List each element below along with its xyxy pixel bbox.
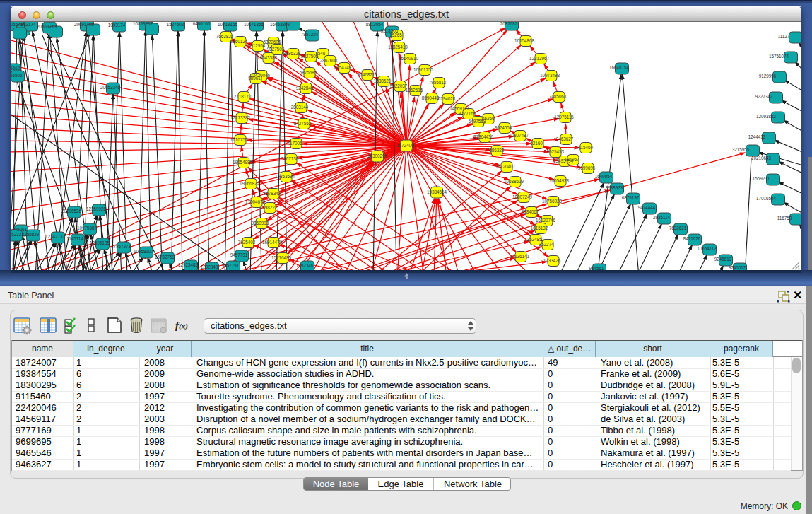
svg-text:10975887: 10975887	[77, 226, 98, 230]
svg-text:12342737: 12342737	[45, 234, 66, 239]
svg-text:3267130: 3267130	[281, 156, 299, 161]
svg-text:15640910: 15640910	[399, 56, 419, 61]
svg-text:2156829: 2156829	[22, 232, 40, 237]
svg-text:12213382: 12213382	[230, 115, 251, 120]
svg-text:9245612: 9245612	[714, 257, 732, 262]
svg-text:5322605: 5322605	[264, 40, 281, 45]
svg-text:10719155: 10719155	[218, 22, 238, 27]
svg-text:14569117: 14569117	[449, 106, 469, 111]
svg-text:10853267: 10853267	[133, 22, 153, 26]
svg-text:12093822: 12093822	[756, 114, 777, 119]
svg-text:8427552: 8427552	[294, 121, 312, 126]
svg-text:21364436: 21364436	[473, 134, 494, 139]
svg-text:9227342: 9227342	[755, 94, 773, 99]
svg-text:5578342: 5578342	[264, 191, 281, 196]
svg-text:417006: 417006	[287, 141, 302, 146]
svg-text:17004678: 17004678	[245, 199, 266, 204]
svg-text:9457791: 9457791	[230, 252, 248, 257]
svg-text:746266: 746266	[479, 116, 495, 121]
svg-text:16053809: 16053809	[270, 22, 290, 27]
svg-text:7857224: 7857224	[301, 32, 319, 37]
svg-text:10807487: 10807487	[509, 133, 529, 138]
svg-text:9457791: 9457791	[222, 263, 240, 268]
svg-text:134957: 134957	[564, 157, 579, 162]
svg-text:10958107: 10958107	[134, 249, 154, 254]
svg-text:116753: 116753	[777, 216, 792, 221]
svg-text:10756928: 10756928	[542, 199, 563, 204]
svg-text:8813054: 8813054	[366, 22, 384, 27]
svg-text:5875685: 5875685	[300, 70, 317, 75]
svg-text:1145114: 1145114	[66, 236, 83, 241]
svg-text:2087682: 2087682	[500, 22, 518, 26]
svg-text:16782759: 16782759	[155, 255, 175, 259]
svg-text:12975115: 12975115	[554, 115, 574, 119]
svg-text:10210643: 10210643	[751, 156, 772, 160]
svg-text:12359928: 12359928	[86, 206, 107, 211]
svg-text:1640954: 1640954	[595, 174, 613, 179]
svg-text:12923485: 12923485	[178, 262, 199, 267]
svg-text:1292348: 1292348	[201, 264, 218, 269]
svg-text:62160: 62160	[530, 141, 543, 146]
svg-text:10688609: 10688609	[504, 179, 524, 184]
svg-text:3624554: 3624554	[495, 125, 512, 130]
svg-text:98961: 98961	[248, 76, 261, 81]
svg-text:1745061: 1745061	[11, 227, 28, 232]
svg-text:546: 546	[318, 51, 326, 56]
svg-text:1733426: 1733426	[543, 258, 561, 263]
svg-text:3915212: 3915212	[11, 232, 22, 237]
svg-text:16961755: 16961755	[413, 67, 434, 72]
svg-text:9860124: 9860124	[230, 39, 248, 44]
svg-text:8990448: 8990448	[422, 95, 440, 100]
svg-text:7625402: 7625402	[238, 240, 256, 245]
svg-text:1588520: 1588520	[374, 78, 392, 83]
svg-text:19654985: 19654985	[233, 160, 253, 165]
svg-text:11127: 11127	[778, 34, 790, 39]
svg-text:18724007: 18724007	[396, 143, 417, 148]
svg-text:9084067: 9084067	[522, 209, 539, 214]
svg-text:9474444: 9474444	[638, 205, 656, 210]
svg-text:8471626: 8471626	[683, 236, 701, 241]
svg-text:1498222: 1498222	[260, 205, 278, 210]
svg-text:7986322: 7986322	[487, 148, 505, 153]
svg-text:19166825: 19166825	[240, 181, 260, 186]
svg-text:9827503: 9827503	[267, 47, 285, 52]
svg-text:13524851: 13524851	[524, 237, 545, 242]
svg-text:8454749: 8454749	[334, 65, 352, 70]
svg-text:1527602: 1527602	[167, 22, 184, 27]
svg-text:3215955: 3215955	[732, 147, 750, 152]
svg-text:16543382: 16543382	[257, 55, 278, 60]
svg-text:9115460: 9115460	[576, 145, 594, 150]
svg-text:15751074: 15751074	[769, 54, 789, 59]
svg-text:9245612: 9245612	[729, 265, 746, 270]
svg-text:16648754: 16648754	[609, 65, 630, 70]
svg-text:6794028: 6794028	[438, 96, 456, 101]
svg-text:9777169: 9777169	[459, 111, 476, 116]
svg-text:10671355: 10671355	[244, 22, 264, 27]
svg-text:1615132: 1615132	[531, 226, 548, 230]
svg-text:2867608: 2867608	[320, 58, 338, 63]
svg-text:1292346: 1292346	[296, 263, 314, 268]
svg-text:16154808: 16154808	[514, 38, 535, 43]
svg-text:2935114: 2935114	[653, 215, 671, 220]
svg-text:1093174: 1093174	[108, 23, 126, 28]
svg-text:16914479: 16914479	[262, 240, 283, 245]
svg-text:18300295: 18300295	[367, 153, 388, 158]
svg-text:20691406: 20691406	[74, 22, 95, 27]
svg-text:20206526: 20206526	[61, 209, 82, 214]
svg-text:9327505: 9327505	[301, 54, 319, 59]
svg-text:14136141: 14136141	[510, 254, 530, 259]
svg-text:7955812: 7955812	[429, 80, 447, 85]
svg-text:11325419: 11325419	[388, 45, 408, 49]
svg-text:18807249: 18807249	[512, 194, 533, 199]
svg-text:1244413: 1244413	[748, 134, 766, 139]
svg-text:1865662: 1865662	[11, 66, 20, 71]
svg-text:252274: 252274	[539, 242, 554, 247]
svg-text:17957273: 17957273	[111, 244, 131, 249]
svg-text:1610755: 1610755	[230, 137, 248, 142]
svg-text:7485063: 7485063	[549, 94, 567, 99]
svg-text:2718170: 2718170	[234, 94, 252, 99]
svg-text:12505135: 12505135	[90, 240, 110, 245]
svg-text:15720407: 15720407	[495, 164, 516, 169]
svg-text:10025453: 10025453	[544, 149, 565, 154]
svg-text:17016504: 17016504	[756, 196, 777, 201]
